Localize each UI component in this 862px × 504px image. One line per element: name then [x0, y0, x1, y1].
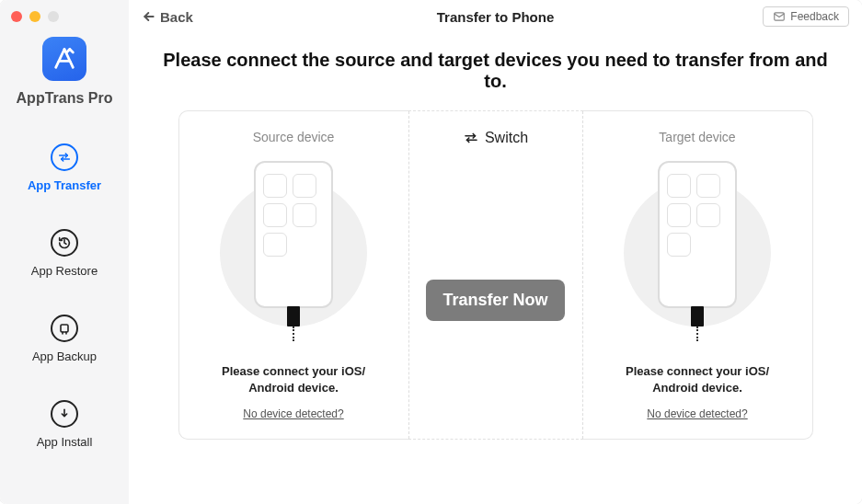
- switch-label: Switch: [485, 130, 528, 146]
- sidebar-item-app-install[interactable]: App Install: [37, 400, 93, 449]
- page-title: Transfer to Phone: [129, 9, 862, 25]
- sidebar-item-label: App Backup: [32, 349, 97, 363]
- app-logo: [42, 37, 86, 81]
- phone-outline-icon: [254, 161, 333, 308]
- feedback-button[interactable]: Feedback: [763, 6, 849, 27]
- window-minimize-button[interactable]: [29, 11, 40, 22]
- topbar: Back Transfer to Phone Feedback: [129, 0, 862, 33]
- transfer-icon: [51, 143, 78, 171]
- headline: Please connect the source and target dev…: [129, 50, 862, 92]
- sidebar-item-label: App Install: [37, 435, 93, 449]
- switch-button[interactable]: Switch: [463, 130, 528, 146]
- target-no-device-link[interactable]: No device detected?: [647, 407, 747, 420]
- back-label: Back: [160, 9, 193, 25]
- center-controls: Switch Transfer Now: [408, 110, 583, 440]
- window-maximize-button[interactable]: [48, 11, 59, 22]
- source-device-card: Source device Please connect your iOS/ A…: [178, 110, 408, 440]
- window-close-button[interactable]: [11, 11, 22, 22]
- back-button[interactable]: Back: [142, 9, 193, 25]
- back-arrow-icon: [142, 9, 156, 24]
- backup-icon: [51, 315, 78, 342]
- restore-icon: [51, 229, 78, 257]
- app-title: AppTrans Pro: [17, 90, 113, 107]
- target-device-prompt: Please connect your iOS/ Android device.: [626, 363, 769, 396]
- device-row: Source device Please connect your iOS/ A…: [129, 110, 862, 440]
- sidebar-item-app-transfer[interactable]: App Transfer: [28, 143, 101, 192]
- target-device-heading: Target device: [659, 130, 735, 144]
- sidebar: AppTrans Pro App Transfer App Restore: [0, 0, 129, 504]
- feedback-label: Feedback: [790, 10, 839, 23]
- target-device-card: Target device Please connect your iOS/ A…: [583, 110, 813, 440]
- sidebar-item-label: App Restore: [31, 264, 98, 278]
- install-icon: [51, 400, 78, 428]
- source-device-heading: Source device: [253, 130, 335, 144]
- svg-rect-0: [61, 325, 68, 332]
- switch-icon: [463, 130, 479, 146]
- phone-outline-icon: [658, 161, 737, 308]
- window-controls: [11, 11, 59, 22]
- source-no-device-link[interactable]: No device detected?: [243, 407, 343, 420]
- transfer-now-button[interactable]: Transfer Now: [426, 280, 564, 321]
- sidebar-item-label: App Transfer: [28, 178, 101, 192]
- mail-icon: [773, 10, 786, 23]
- phone-illustration: [215, 161, 372, 345]
- main-content: Back Transfer to Phone Feedback Please c…: [129, 0, 862, 504]
- sidebar-nav: App Transfer App Restore App Backup: [28, 143, 101, 449]
- sidebar-item-app-restore[interactable]: App Restore: [31, 229, 98, 278]
- source-device-prompt: Please connect your iOS/ Android device.: [222, 363, 365, 396]
- cable-icon: [691, 306, 704, 341]
- phone-illustration: [619, 161, 776, 345]
- sidebar-item-app-backup[interactable]: App Backup: [32, 315, 97, 363]
- cable-icon: [287, 306, 300, 341]
- app-logo-icon: [52, 46, 77, 72]
